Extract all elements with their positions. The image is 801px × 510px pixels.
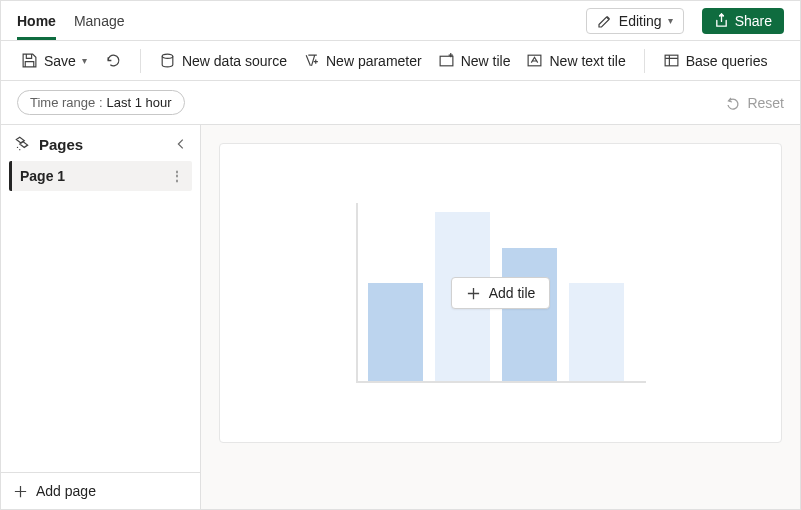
toolbar: Save ▾ New data source New parameter New… — [1, 41, 800, 81]
placeholder-bar — [502, 248, 557, 382]
add-page-label: Add page — [36, 483, 96, 499]
share-label: Share — [735, 13, 772, 29]
add-tile-label: Add tile — [489, 285, 536, 301]
base-queries-button[interactable]: Base queries — [659, 48, 772, 73]
reset-button[interactable]: Reset — [725, 95, 784, 111]
chevron-down-icon: ▾ — [82, 55, 87, 66]
toolbar-group-save: Save ▾ — [17, 48, 126, 73]
tab-home[interactable]: Home — [17, 1, 56, 40]
time-range-pill[interactable]: Time range : Last 1 hour — [17, 90, 185, 115]
page-item-more-button[interactable]: ⋮ — [171, 169, 184, 183]
tab-label: Home — [17, 13, 56, 29]
chevron-down-icon: ▾ — [668, 15, 673, 26]
sidebar-list: Page 1 ⋮ — [1, 161, 200, 472]
new-parameter-button[interactable]: New parameter — [299, 48, 426, 73]
button-label: New tile — [461, 53, 511, 69]
empty-tile-card: Add tile — [219, 143, 782, 443]
toolbar-divider — [140, 49, 141, 73]
button-label: New text tile — [549, 53, 625, 69]
tabs: Home Manage — [17, 1, 568, 40]
button-label: New parameter — [326, 53, 422, 69]
base-queries-icon — [663, 52, 680, 69]
sidebar: Pages Page 1 ⋮ Add page — [1, 125, 201, 509]
svg-rect-3 — [665, 55, 678, 66]
reset-label: Reset — [747, 95, 784, 111]
editing-mode-button[interactable]: Editing ▾ — [586, 8, 684, 34]
share-icon — [714, 13, 729, 28]
text-tile-icon — [526, 52, 543, 69]
parameter-icon — [303, 52, 320, 69]
placeholder-bar — [368, 283, 423, 381]
save-icon — [21, 52, 38, 69]
tab-label: Manage — [74, 13, 125, 29]
svg-point-0 — [162, 54, 173, 58]
page-item-label: Page 1 — [20, 168, 65, 184]
sidebar-page-item[interactable]: Page 1 ⋮ — [9, 161, 192, 191]
new-text-tile-button[interactable]: New text tile — [522, 48, 629, 73]
add-tile-button[interactable]: Add tile — [451, 277, 551, 309]
plus-icon — [13, 484, 28, 499]
database-icon — [159, 52, 176, 69]
time-range-label: Time range : — [30, 95, 103, 110]
toolbar-divider — [644, 49, 645, 73]
workspace: Pages Page 1 ⋮ Add page — [1, 125, 800, 509]
svg-rect-1 — [440, 56, 453, 66]
refresh-button[interactable] — [101, 48, 126, 73]
save-button[interactable]: Save ▾ — [17, 48, 91, 73]
pencil-icon — [597, 13, 613, 29]
filter-bar: Time range : Last 1 hour Reset — [1, 81, 800, 125]
collapse-sidebar-button[interactable] — [174, 137, 188, 151]
svg-point-4 — [17, 147, 18, 148]
new-data-source-button[interactable]: New data source — [155, 48, 291, 73]
canvas-area: Add tile — [201, 125, 800, 509]
editing-label: Editing — [619, 13, 662, 29]
placeholder-bar — [569, 283, 624, 381]
tile-icon — [438, 52, 455, 69]
svg-point-5 — [19, 149, 20, 150]
sidebar-title: Pages — [39, 136, 83, 153]
undo-icon — [725, 95, 741, 111]
button-label: New data source — [182, 53, 287, 69]
refresh-icon — [105, 52, 122, 69]
new-tile-button[interactable]: New tile — [434, 48, 515, 73]
tab-row: Home Manage Editing ▾ Share — [1, 1, 800, 41]
time-range-value: Last 1 hour — [107, 95, 172, 110]
pages-icon — [13, 135, 31, 153]
plus-icon — [466, 286, 481, 301]
share-button[interactable]: Share — [702, 8, 784, 34]
sidebar-header: Pages — [1, 125, 200, 161]
button-label: Base queries — [686, 53, 768, 69]
add-page-button[interactable]: Add page — [1, 472, 200, 509]
save-label: Save — [44, 53, 76, 69]
tab-manage[interactable]: Manage — [74, 1, 125, 40]
